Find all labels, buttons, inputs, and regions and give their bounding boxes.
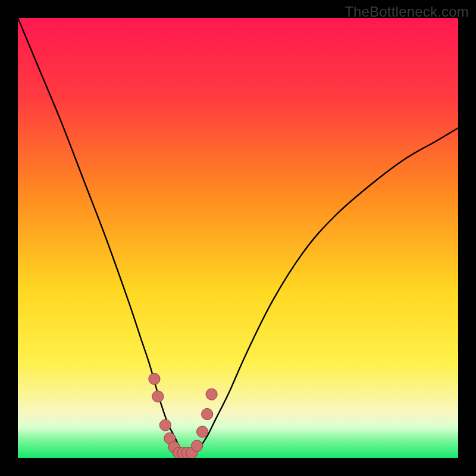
chart-svg (18, 18, 458, 458)
bottleneck-curve (18, 18, 458, 454)
bead (206, 389, 217, 400)
floor-beads (149, 373, 217, 458)
bead (197, 426, 208, 437)
watermark-text: TheBottleneck.com (345, 4, 469, 20)
plot-area (18, 18, 458, 458)
bead (159, 419, 171, 431)
bead (152, 391, 164, 402)
bead (202, 408, 213, 419)
bead (149, 373, 160, 384)
bead (192, 440, 203, 452)
